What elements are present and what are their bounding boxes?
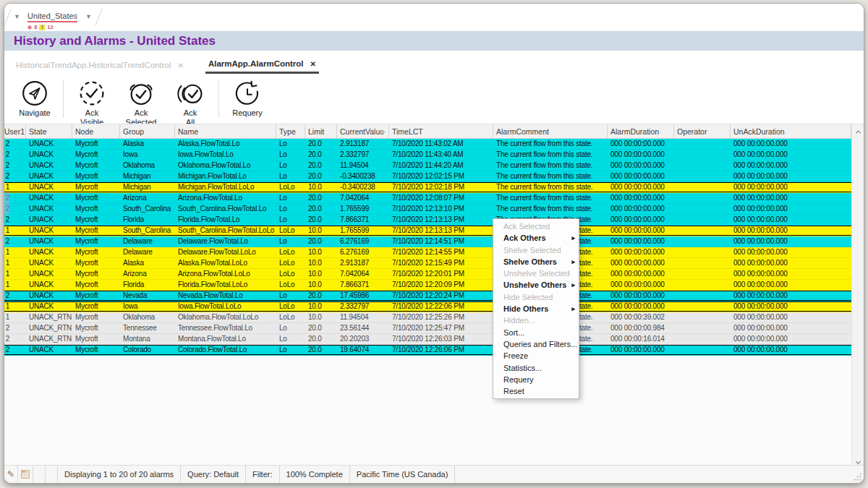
column-header-node[interactable]: Node <box>72 124 120 138</box>
cell-comment: The current flow from this state. <box>493 204 608 214</box>
alarm-row-alaska-lo[interactable]: 2UNACKMycroftAlaskaAlaska.FlowTotal.LoLo… <box>4 139 851 150</box>
menu-item-unshelve-others[interactable]: Unshelve Others▸ <box>493 279 579 291</box>
column-header-time[interactable]: TimeLCT <box>389 124 493 138</box>
menu-item-hide-others[interactable]: Hide Others▸ <box>493 303 579 314</box>
menu-item-reset[interactable]: Reset <box>493 385 579 397</box>
column-header-name[interactable]: Name <box>175 124 276 138</box>
cell-group: Florida <box>120 215 175 225</box>
cell-time: 7/10/2020 12:20:09 PM <box>389 280 493 290</box>
menu-item-shelve-others[interactable]: Shelve Others▸ <box>493 256 579 267</box>
cell-value: 2.332797 <box>337 301 389 312</box>
alarm-row-arizona-lolo[interactable]: 1UNACKMycroftArizonaArizona.FlowTotal.Lo… <box>4 269 851 280</box>
breadcrumb-node-label[interactable]: United_States <box>27 12 77 22</box>
cell-value: 2.913187 <box>337 258 389 268</box>
breadcrumb-slant <box>4 9 12 26</box>
column-header-value[interactable]: CurrentValue <box>337 124 389 138</box>
cell-operator <box>674 258 731 268</box>
grid-header: User1StateNodeGroupNameTypeLimitCurrentV… <box>4 124 864 139</box>
menu-item-statistics[interactable]: Statistics... <box>493 362 579 374</box>
tab-alarm-control[interactable]: AlarmApp.AlarmControl✕ <box>205 59 319 74</box>
diamond-alarm-icon: ◆ <box>27 25 32 30</box>
alarm-row-oklahoma-lo[interactable]: 2UNACKMycroftOklahomaOklahoma.FlowTotal.… <box>4 160 851 171</box>
resize-grip[interactable] <box>853 472 862 481</box>
cell-value: 1.765599 <box>337 226 389 236</box>
cell-group: Florida <box>120 280 175 290</box>
menu-item-freeze[interactable]: Freeze <box>493 350 579 361</box>
cell-operator <box>674 312 731 322</box>
alarm-row-delaware-lo[interactable]: 2UNACKMycroftDelawareDelaware.FlowTotal.… <box>4 236 851 247</box>
alarm-row-oklahoma-lolo[interactable]: 1UNACK_RTNMycroftOklahomaOklahoma.FlowTo… <box>4 312 851 323</box>
cell-user1: 1 <box>4 301 26 312</box>
column-header-comment[interactable]: AlarmComment <box>493 124 608 138</box>
warning-alarm-count: 12 <box>47 24 53 30</box>
column-header-user1[interactable]: User1 <box>4 124 26 138</box>
grid-left-selection-indicator[interactable] <box>4 192 9 215</box>
cell-node: Mycroft <box>72 291 120 301</box>
navigate-button[interactable]: Navigate <box>10 79 59 118</box>
toolbar-separator <box>218 80 219 118</box>
alarm-row-michigan-lo[interactable]: 2UNACKMycroftMichiganMichigan.FlowTotal.… <box>4 171 851 182</box>
column-header-operator[interactable]: Operator <box>674 124 731 138</box>
column-header-duration[interactable]: AlarmDuration <box>608 124 674 138</box>
column-header-type[interactable]: Type <box>276 124 305 138</box>
alarm-row-michigan-lolo[interactable]: 1UNACKMycroftMichiganMichigan.FlowTotal.… <box>4 182 851 193</box>
requery-button[interactable]: Requery <box>223 79 272 118</box>
menu-item-sort[interactable]: Sort... <box>493 327 579 338</box>
column-header-limit[interactable]: Limit <box>305 124 337 138</box>
alarm-row-iowa-lolo[interactable]: 1UNACKMycroftIowaIowa.FlowTotal.LoLoLoLo… <box>4 301 851 312</box>
ack-visible-button[interactable]: Ack Visible <box>67 79 116 127</box>
alarm-row-delaware-lolo[interactable]: 1UNACKMycroftDelawareDelaware.FlowTotal.… <box>4 247 851 258</box>
cell-user1: 1 <box>4 312 26 322</box>
menu-item-shelve-selected: Shelve Selected <box>493 244 579 256</box>
cell-time: 7/10/2020 12:20:24 PM <box>389 291 493 301</box>
column-header-unack[interactable]: UnAckDuration <box>731 124 851 138</box>
cell-duration: 000 00:00:00.000 <box>608 247 674 257</box>
scroll-up-arrow-icon[interactable] <box>853 125 863 134</box>
cell-value: 6.276169 <box>337 247 389 257</box>
cell-user1: 2 <box>4 291 26 301</box>
cell-value: 6.276169 <box>337 236 389 247</box>
cell-duration: 000 00:00:00.000 <box>608 280 674 290</box>
alarm-row-south_carolina-lolo[interactable]: 1UNACKMycroftSouth_CarolinaSouth_Carolin… <box>4 226 851 236</box>
cell-type: Lo <box>276 345 305 355</box>
scroll-down-arrow-icon[interactable] <box>853 455 863 465</box>
cell-unack: 000 00:00:00.000 <box>731 139 851 149</box>
cell-duration: 000 00:00:00.000 <box>608 139 674 149</box>
cell-group: Iowa <box>120 301 175 312</box>
cell-type: Lo <box>276 171 305 181</box>
cell-unack: 000 00:00:00.000 <box>731 247 851 257</box>
column-header-group[interactable]: Group <box>120 124 175 138</box>
alarm-row-iowa-lo[interactable]: 2UNACKMycroftIowaIowa.FlowTotal.LoLo20.0… <box>4 150 851 160</box>
alarm-row-florida-lo[interactable]: 2UNACKMycroftFloridaFlorida.FlowTotal.Lo… <box>4 215 851 226</box>
breadcrumb-node-dropdown-icon[interactable]: ▼ <box>85 13 92 20</box>
menu-item-queries-and-filters[interactable]: Queries and Filters... <box>493 338 579 350</box>
alarm-row-nevada-lo[interactable]: 2UNACKMycroftNevadaNevada.FlowTotal.LoLo… <box>4 291 851 301</box>
cell-type: LoLo <box>276 269 305 279</box>
page-title: History and Alarms - United States <box>14 31 864 51</box>
ack-all-button[interactable]: Ack All <box>166 79 215 127</box>
alarm-row-tennessee-lo[interactable]: 2UNACK_RTNMycroftTennesseeTennessee.Flow… <box>4 323 851 334</box>
edit-pencil-icon[interactable]: ✎ <box>4 466 18 483</box>
alarm-row-montana-lo[interactable]: 2UNACK_RTNMycroftMontanaMontana.FlowTota… <box>4 334 851 345</box>
breadcrumb-node[interactable]: United_States ◆ 8 ! 12 <box>27 9 77 30</box>
alarm-row-colorado-lo[interactable]: 2UNACKMycroftColoradoColorado.FlowTotal.… <box>4 345 851 356</box>
cell-limit: 10.0 <box>305 301 337 312</box>
menu-item-requery[interactable]: Requery <box>493 374 579 385</box>
menu-item-ack-others[interactable]: Ack Others▸ <box>493 232 579 244</box>
cell-node: Mycroft <box>72 193 120 203</box>
close-tab-icon[interactable]: ✕ <box>178 61 184 69</box>
cell-operator <box>674 345 731 355</box>
alarm-row-arizona-lo[interactable]: 2UNACKMycroftArizonaArizona.FlowTotal.Lo… <box>4 193 851 204</box>
column-header-state[interactable]: State <box>26 124 72 138</box>
cell-type: LoLo <box>276 301 305 312</box>
grid-settings-icon[interactable] <box>18 466 33 483</box>
tab-historical-trend[interactable]: HistoricalTrendApp.HistoricalTrendContro… <box>13 61 187 74</box>
breadcrumb-dropdown-icon[interactable]: ▼ <box>14 13 20 20</box>
alarm-row-alaska-lolo[interactable]: 1UNACKMycroftAlaskaAlaska.FlowTotal.LoLo… <box>4 258 851 269</box>
vertical-scrollbar[interactable] <box>851 124 864 466</box>
alarm-row-south_carolina-lo[interactable]: 2UNACKMycroftSouth_CarolinaSouth_Carolin… <box>4 204 851 215</box>
cell-operator <box>674 139 731 149</box>
alarm-row-florida-lolo[interactable]: 1UNACKMycroftFloridaFlorida.FlowTotal.Lo… <box>4 280 851 291</box>
close-tab-icon[interactable]: ✕ <box>310 60 316 68</box>
ack-selected-button[interactable]: Ack Selected <box>116 79 166 127</box>
